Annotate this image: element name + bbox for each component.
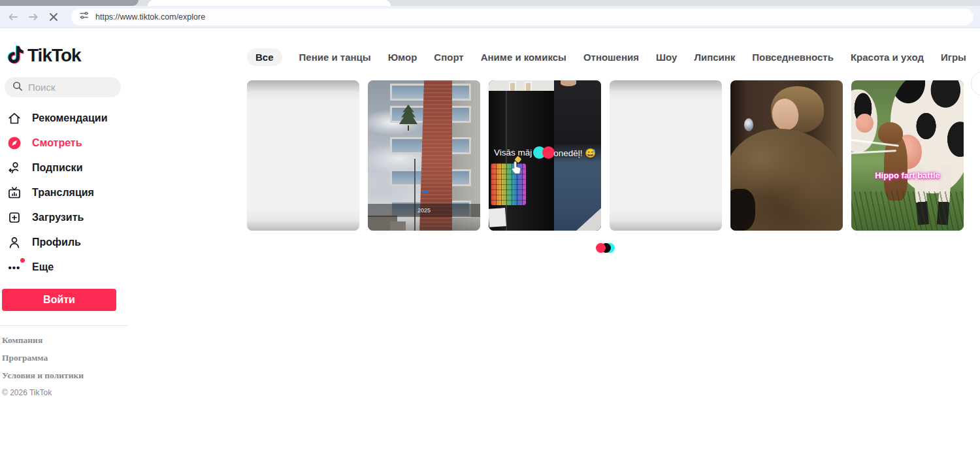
tab-shows[interactable]: Шоу [656, 52, 677, 63]
sidebar-item-recommendations[interactable]: Рекомендации [0, 106, 139, 131]
tab-daily-life[interactable]: Повседневность [752, 52, 834, 63]
video-card-placeholder[interactable] [247, 80, 359, 231]
video-card-building[interactable]: 2025 [368, 80, 480, 231]
sidebar-item-label: Смотреть [32, 137, 82, 149]
tab-all[interactable]: Все [247, 48, 282, 66]
sidebar-item-profile[interactable]: Профиль [0, 230, 139, 255]
grass-texture [851, 191, 964, 231]
edge-circle-button[interactable] [971, 71, 980, 96]
tab-anime-comics[interactable]: Аниме и комиксы [481, 52, 566, 63]
notification-badge [20, 258, 25, 263]
video-card-fur-coat[interactable] [730, 80, 843, 231]
dark-bag [730, 189, 755, 231]
overlay-text-suffix: onedēļ! 😅 [553, 148, 596, 158]
footer-link-program[interactable]: Программа [2, 353, 139, 363]
video-caption: 2025 [368, 204, 480, 217]
tab-sport[interactable]: Спорт [434, 52, 463, 63]
upload-plus-icon [7, 210, 22, 225]
hand-cursor-icon [510, 160, 523, 178]
sidebar-item-following[interactable]: Подписки [0, 155, 139, 180]
sidebar-item-more[interactable]: ••• Еще [0, 255, 139, 280]
video-grid: 2025 Visās māj onedēļ! 😅 [247, 80, 966, 231]
sidebar-divider [0, 325, 128, 326]
video-card-placeholder[interactable] [610, 80, 722, 231]
search-bar[interactable] [5, 77, 121, 97]
video-overlay-text: Visās māj onedēļ! 😅 [489, 146, 601, 159]
following-icon [7, 161, 22, 175]
capybara-head [878, 122, 903, 143]
feed-loading-spinner [596, 242, 618, 254]
home-icon [7, 111, 22, 125]
tiktok-explore-page: TikTok Рекомендации Смотреть [0, 28, 980, 458]
sidebar-nav: Рекомендации Смотреть Подписки Трансляци… [0, 106, 139, 280]
video-caption: Hippo fart battle [851, 171, 964, 180]
footer-link-terms[interactable]: Условия и политики [2, 370, 139, 381]
browser-tabstrip [0, 0, 980, 6]
door-lock [744, 118, 753, 131]
profile-icon [7, 235, 22, 250]
explore-main: Все Пение и танцы Юмор Спорт Аниме и ком… [247, 28, 966, 254]
live-tv-icon [7, 186, 22, 200]
floating-tree [397, 103, 419, 131]
stop-loading-icon[interactable] [46, 9, 61, 25]
sidebar-item-label: Трансляция [32, 187, 94, 199]
sidebar-footer: Компания Программа Условия и политики © … [0, 335, 139, 397]
tab-relationships[interactable]: Отношения [583, 52, 639, 63]
browser-tab-active[interactable] [148, 0, 391, 6]
fridge-door-seam [506, 91, 507, 231]
sidebar-item-live[interactable]: Трансляция [0, 180, 139, 205]
back-icon[interactable] [5, 9, 21, 25]
sidebar-item-label: Еще [32, 261, 54, 273]
sidebar-item-explore[interactable]: Смотреть [0, 131, 139, 155]
sidebar: TikTok Рекомендации Смотреть [0, 28, 139, 397]
address-sign [422, 190, 428, 193]
tab-lipsync[interactable]: Липсинк [694, 52, 735, 63]
browser-tab-inactive[interactable] [0, 0, 139, 6]
video-card-fridge[interactable]: Visās māj onedēļ! 😅 [489, 80, 601, 231]
sidebar-item-upload[interactable]: Загрузить [0, 205, 139, 230]
spinner-dot-red [596, 243, 606, 253]
sidebar-item-label: Подписки [32, 162, 82, 174]
sidebar-item-label: Загрузить [32, 212, 84, 223]
sidebar-item-label: Профиль [32, 237, 81, 248]
white-magnet-box [489, 208, 506, 227]
category-tabs: Все Пение и танцы Юмор Спорт Аниме и ком… [247, 48, 943, 66]
compass-icon [7, 136, 22, 150]
kitchen-wall [489, 80, 554, 91]
tiktok-wordmark: TikTok [27, 45, 81, 66]
browser-toolbar: https://www.tiktok.com/explore [0, 6, 980, 28]
house-silhouette [390, 221, 406, 231]
footer-link-company[interactable]: Компания [2, 335, 139, 346]
address-bar[interactable]: https://www.tiktok.com/explore [71, 8, 973, 25]
url-text[interactable]: https://www.tiktok.com/explore [95, 12, 205, 22]
site-settings-icon[interactable] [78, 10, 90, 24]
forward-icon[interactable] [25, 9, 41, 25]
copyright-text: © 2026 TikTok [2, 388, 139, 397]
browser-chrome: https://www.tiktok.com/explore [0, 0, 980, 28]
tiktok-logo[interactable]: TikTok [5, 44, 139, 67]
more-dots-icon: ••• [7, 262, 22, 273]
search-input[interactable] [28, 82, 106, 93]
overlay-text-prefix: Visās māj [494, 148, 532, 157]
tab-games[interactable]: Игры [941, 52, 966, 63]
tab-beauty-care[interactable]: Красота и уход [851, 52, 924, 63]
tab-singing-dancing[interactable]: Пение и танцы [299, 52, 371, 63]
tiktok-note-icon [5, 43, 25, 68]
login-button[interactable]: Войти [2, 289, 116, 311]
video-card-cows[interactable]: Hippo fart battle [851, 80, 964, 231]
search-icon [12, 81, 23, 94]
tab-humor[interactable]: Юмор [388, 52, 417, 63]
sidebar-item-label: Рекомендации [32, 112, 108, 124]
